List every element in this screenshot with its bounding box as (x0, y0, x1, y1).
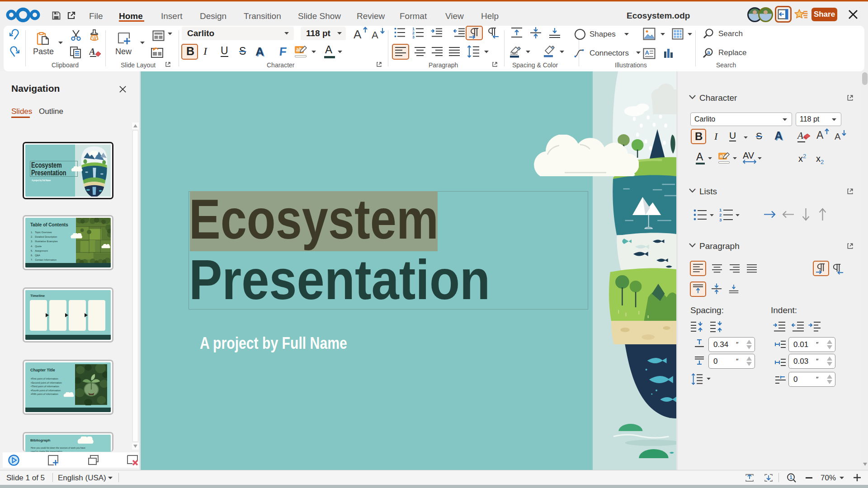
svg-text:1: 1 (790, 474, 793, 480)
svg-text:A: A (89, 46, 95, 57)
svg-text:3: 3 (719, 217, 722, 221)
svg-text:2: 2 (719, 212, 722, 217)
svg-text:A: A (645, 49, 650, 56)
svg-text:3: 3 (412, 35, 415, 38)
svg-text:1: 1 (719, 208, 722, 212)
svg-text:a: a (707, 49, 710, 56)
